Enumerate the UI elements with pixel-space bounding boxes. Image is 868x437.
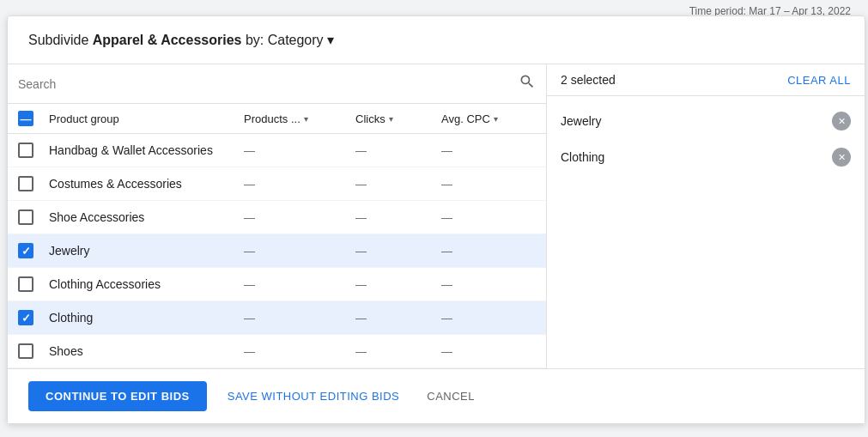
row-clicks-5: —: [355, 278, 441, 291]
row-clicks-6: —: [355, 312, 441, 325]
table-row[interactable]: Costumes & Accessories — — —: [8, 167, 546, 201]
table-row[interactable]: Handbag & Wallet Accessories — — —: [8, 134, 546, 167]
col-header-avg-cpc[interactable]: Avg. CPC ▾: [441, 112, 536, 125]
right-panel: 2 selected CLEAR ALL Jewelry Clothing: [547, 64, 865, 368]
search-bar: [8, 64, 546, 104]
row-checkbox-2[interactable]: [18, 176, 33, 191]
col-header-products[interactable]: Products ... ▾: [244, 112, 355, 125]
row-checkbox-3[interactable]: [18, 209, 33, 225]
row-cpc-5: —: [441, 278, 536, 291]
row-checkbox-1[interactable]: [18, 143, 33, 158]
search-input[interactable]: [18, 77, 519, 91]
row-cpc-3: —: [441, 211, 536, 224]
col-header-clicks[interactable]: Clicks ▾: [355, 112, 441, 125]
selected-item-label-jewelry: Jewelry: [561, 114, 601, 128]
dialog-footer: CONTINUE TO EDIT BIDS SAVE WITHOUT EDITI…: [8, 368, 865, 423]
row-products-1: —: [244, 144, 355, 157]
table-rows: Handbag & Wallet Accessories — — — Costu…: [8, 134, 546, 368]
table-row[interactable]: Shoes — — —: [8, 335, 546, 368]
clear-all-button[interactable]: CLEAR ALL: [787, 74, 851, 87]
selected-item-clothing: Clothing: [547, 139, 865, 175]
selected-item-label-clothing: Clothing: [561, 150, 604, 164]
continue-button[interactable]: CONTINUE TO EDIT BIDS: [28, 381, 207, 411]
col-header-product-group: Product group: [49, 112, 244, 125]
left-panel: — Product group Products ... ▾ Clicks ▾ …: [8, 64, 547, 368]
products-sort-icon: ▾: [304, 114, 308, 124]
table-row[interactable]: Shoe Accessories — — —: [8, 201, 546, 234]
row-label-2: Costumes & Accessories: [49, 177, 244, 191]
header-prefix: Subdivide: [28, 33, 93, 47]
header-title: Apparel & Accessories: [93, 33, 242, 47]
row-label-4: Jewelry: [49, 244, 244, 258]
selected-items-list: Jewelry Clothing: [547, 96, 865, 368]
row-products-6: —: [244, 312, 355, 325]
remove-jewelry-button[interactable]: [832, 112, 851, 130]
row-products-4: —: [244, 245, 355, 258]
row-products-5: —: [244, 278, 355, 291]
selected-header: 2 selected CLEAR ALL: [547, 64, 865, 96]
table-row[interactable]: ✓ Jewelry — — —: [8, 234, 546, 268]
row-checkbox-7[interactable]: [18, 343, 33, 359]
select-all-checkbox[interactable]: —: [18, 111, 33, 126]
row-label-1: Handbag & Wallet Accessories: [49, 143, 244, 157]
row-clicks-3: —: [355, 211, 441, 224]
row-products-3: —: [244, 211, 355, 224]
row-label-5: Clothing Accessories: [49, 277, 244, 291]
row-clicks-4: —: [355, 245, 441, 258]
cpc-sort-icon: ▾: [494, 114, 498, 124]
row-products-2: —: [244, 178, 355, 191]
row-cpc-4: —: [441, 245, 536, 258]
row-label-3: Shoe Accessories: [49, 210, 244, 224]
row-checkbox-5[interactable]: [18, 276, 33, 292]
search-icon: [519, 73, 536, 94]
clicks-sort-icon: ▾: [389, 114, 393, 124]
row-clicks-1: —: [355, 144, 441, 157]
row-checkbox-4[interactable]: ✓: [18, 243, 33, 258]
row-label-6: Clothing: [49, 311, 244, 325]
row-label-7: Shoes: [49, 344, 244, 358]
selected-item-jewelry: Jewelry: [547, 103, 865, 139]
remove-clothing-button[interactable]: [832, 148, 851, 167]
save-without-editing-button[interactable]: SAVE WITHOUT EDITING BIDS: [221, 381, 407, 411]
row-cpc-2: —: [441, 178, 536, 191]
dialog-header: Subdivide Apparel & Accessories by: Cate…: [8, 16, 865, 64]
table-row[interactable]: Clothing Accessories — — —: [8, 268, 546, 301]
row-products-7: —: [244, 345, 355, 358]
cancel-button[interactable]: CANCEL: [420, 381, 482, 411]
row-checkbox-6[interactable]: ✓: [18, 310, 33, 325]
category-dropdown[interactable]: ▾: [327, 33, 334, 47]
row-clicks-2: —: [355, 178, 441, 191]
selected-count: 2 selected: [561, 73, 616, 87]
table-header: — Product group Products ... ▾ Clicks ▾ …: [8, 104, 546, 134]
table-row[interactable]: ✓ Clothing — — —: [8, 301, 546, 335]
row-cpc-6: —: [441, 312, 536, 325]
row-cpc-7: —: [441, 345, 536, 358]
row-clicks-7: —: [355, 345, 441, 358]
row-cpc-1: —: [441, 144, 536, 157]
header-suffix: by: Category: [241, 33, 323, 47]
